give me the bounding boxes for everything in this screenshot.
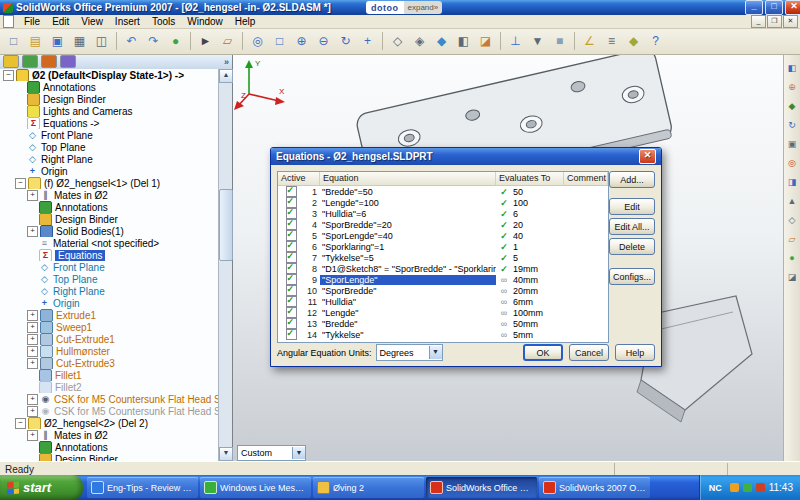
mass-properties-icon[interactable]: ≡: [601, 31, 622, 52]
tree-expander[interactable]: +: [27, 310, 38, 321]
tree-item[interactable]: +CSK for M5 Countersunk Flat Head Screw2: [0, 405, 219, 417]
pattern-icon[interactable]: ◪: [784, 269, 800, 285]
view-orientation-icon[interactable]: ■: [549, 31, 570, 52]
scroll-down-arrow[interactable]: ▼: [219, 447, 233, 461]
tree-expander[interactable]: +: [27, 190, 38, 201]
equation-cell[interactable]: "Lengde"=100: [320, 198, 496, 208]
tree-item[interactable]: Equations ->: [0, 117, 219, 129]
menu-view[interactable]: View: [75, 16, 109, 27]
tree-item[interactable]: Annotations: [0, 201, 219, 213]
maximize-button[interactable]: □: [765, 0, 783, 15]
delete-button[interactable]: Delete: [609, 238, 655, 255]
equation-row[interactable]: 4"SporBredde"=2020: [278, 219, 608, 230]
tree-item[interactable]: −(f) Ø2_hengsel<1> (Del 1): [0, 177, 219, 189]
equation-cell[interactable]: "Sporklaring"=1: [320, 242, 496, 252]
dialog-title-bar[interactable]: Equations - Ø2_hengsel.SLDPRT ✕: [271, 148, 661, 165]
column-equation[interactable]: Equation: [320, 172, 496, 185]
tree-item[interactable]: Fillet2: [0, 381, 219, 393]
tree-scrollbar[interactable]: ▲ ▼: [218, 69, 232, 461]
tree-item[interactable]: Design Binder: [0, 213, 219, 225]
equation-row[interactable]: 9"SporLengde"40mm: [278, 274, 608, 285]
equation-cell[interactable]: "Tykkelse"=5: [320, 253, 496, 263]
tray-icon[interactable]: [756, 483, 765, 492]
equation-row[interactable]: 3"Hulldia"=66: [278, 208, 608, 219]
tree-item[interactable]: Annotations: [0, 441, 219, 453]
mdi-close-button[interactable]: ✕: [783, 15, 798, 28]
tree-item[interactable]: Equations: [0, 249, 219, 261]
wireframe-icon[interactable]: ◇: [387, 31, 408, 52]
tree-expander[interactable]: −: [3, 70, 14, 81]
column-comment[interactable]: Comment: [564, 172, 608, 185]
menu-tools[interactable]: Tools: [146, 16, 181, 27]
tree-expander[interactable]: +: [27, 346, 38, 357]
sketch-tools-icon[interactable]: ▱: [784, 231, 800, 247]
equation-row[interactable]: 1"Bredde"=5050: [278, 186, 608, 197]
equation-cell[interactable]: "Bredde"=50: [320, 187, 496, 197]
tree-item[interactable]: Lights and Cameras: [0, 105, 219, 117]
equation-cell[interactable]: "Tykkelse": [320, 330, 496, 340]
edit-button[interactable]: Edit: [609, 198, 655, 215]
rotate-component-icon[interactable]: ↻: [784, 117, 800, 133]
zoom-area-icon[interactable]: □: [269, 31, 290, 52]
tree-item[interactable]: −Ø2_hengsel<2> (Del 2): [0, 417, 219, 429]
new-document-icon[interactable]: □: [3, 31, 24, 52]
interference-detection-icon[interactable]: ◨: [784, 174, 800, 190]
rotate-view-icon[interactable]: ↻: [335, 31, 356, 52]
tree-item[interactable]: +Extrude1: [0, 309, 219, 321]
tree-item[interactable]: +Hullmønster: [0, 345, 219, 357]
tree-item[interactable]: Right Plane: [0, 285, 219, 297]
featuremanager-tab[interactable]: [3, 55, 19, 68]
configurationmanager-tab[interactable]: [41, 55, 57, 68]
normal-to-icon[interactable]: ⊥: [505, 31, 526, 52]
shadows-icon[interactable]: ◧: [453, 31, 474, 52]
equation-cell[interactable]: "Bredde": [320, 319, 496, 329]
cancel-button[interactable]: Cancel: [569, 344, 609, 361]
pan-icon[interactable]: +: [357, 31, 378, 52]
ad-logo[interactable]: dotoo: [366, 1, 404, 14]
ad-banner[interactable]: dotoo expand»: [366, 1, 442, 14]
tree-item[interactable]: Design Binder: [0, 453, 219, 461]
equation-cell[interactable]: "SporBredde": [320, 286, 496, 296]
tree-item[interactable]: +Sweep1: [0, 321, 219, 333]
mdi-minimize-button[interactable]: _: [751, 15, 766, 28]
tree-expander[interactable]: +: [27, 322, 38, 333]
print-icon[interactable]: ▦: [69, 31, 90, 52]
propertymanager-tab[interactable]: [22, 55, 38, 68]
language-indicator[interactable]: NC: [706, 483, 725, 493]
standard-views-icon[interactable]: ▼: [527, 31, 548, 52]
tree-expander[interactable]: +: [27, 394, 38, 405]
taskbar-task[interactable]: SolidWorks Office Pre...: [426, 477, 537, 498]
equation-row[interactable]: 8"D1@Sketch8" = "SporBredde" - "Sporklar…: [278, 263, 608, 274]
smart-fasteners-icon[interactable]: ▣: [784, 136, 800, 152]
minimize-button[interactable]: _: [745, 0, 763, 15]
tree-expander[interactable]: +: [27, 406, 38, 417]
scroll-up-arrow[interactable]: ▲: [219, 69, 233, 83]
hidden-lines-icon[interactable]: ◈: [409, 31, 430, 52]
tree-expander[interactable]: −: [15, 178, 26, 189]
options-icon[interactable]: ◆: [623, 31, 644, 52]
equation-cell[interactable]: "SporLengde": [320, 275, 496, 285]
help-button[interactable]: Help: [615, 344, 655, 361]
tree-item[interactable]: −Ø2 (Default<Display State-1>) ->: [0, 69, 219, 81]
move-component-icon[interactable]: ◆: [784, 98, 800, 114]
tree-item[interactable]: Front Plane: [0, 129, 219, 141]
tree-item[interactable]: Right Plane: [0, 153, 219, 165]
equation-cell[interactable]: "SporLengde"=40: [320, 231, 496, 241]
tree-item[interactable]: Material <not specified>: [0, 237, 219, 249]
tree-item[interactable]: +Cut-Extrude3: [0, 357, 219, 369]
taskbar-task[interactable]: Øving 2: [313, 477, 424, 498]
view-config-combo[interactable]: Custom ▼: [237, 445, 306, 461]
equation-row[interactable]: 7"Tykkelse"=55: [278, 252, 608, 263]
tree-expander[interactable]: −: [15, 418, 26, 429]
rebuild-icon[interactable]: ●: [165, 31, 186, 52]
equation-row[interactable]: 10"SporBredde"20mm: [278, 285, 608, 296]
shaded-icon[interactable]: ◆: [431, 31, 452, 52]
help-icon[interactable]: ?: [645, 31, 666, 52]
select-icon[interactable]: ►: [195, 31, 216, 52]
menu-window[interactable]: Window: [181, 16, 229, 27]
equation-row[interactable]: 12"Lengde"100mm: [278, 307, 608, 318]
column-evaluates-to[interactable]: Evaluates To: [496, 172, 564, 185]
undo-icon[interactable]: ↶: [121, 31, 142, 52]
zoom-in-icon[interactable]: ⊕: [291, 31, 312, 52]
panel-collapse-control[interactable]: »: [224, 57, 229, 67]
